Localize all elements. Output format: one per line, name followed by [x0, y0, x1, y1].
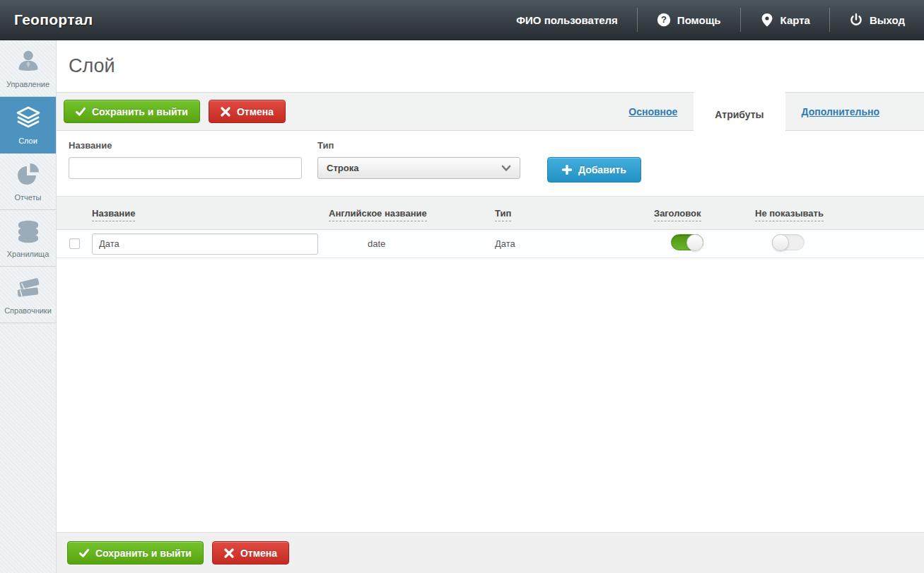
add-attribute-form: Название Тип Строка Добавить: [57, 131, 924, 196]
user-menu[interactable]: ФИО пользователя: [497, 8, 637, 32]
attribute-type-select[interactable]: Строка: [317, 157, 520, 179]
power-icon: [849, 13, 863, 27]
row-name-input[interactable]: [92, 233, 318, 255]
sidebar-item-storages[interactable]: Хранилища: [0, 210, 56, 267]
column-header-hide-flag: Не показывать: [755, 208, 924, 219]
hide-toggle[interactable]: [772, 234, 805, 250]
column-header-name: Название: [92, 208, 329, 219]
attribute-name-input[interactable]: [69, 157, 302, 179]
check-icon: [79, 548, 89, 558]
map-pin-icon: [760, 13, 774, 27]
chevron-down-icon: [501, 165, 511, 172]
selected-type-value: Строка: [327, 163, 358, 173]
logout-button[interactable]: Выход: [829, 8, 924, 32]
logout-label: Выход: [870, 14, 905, 26]
sidebar: Управление Слои Отчеты Хранилища: [0, 40, 57, 573]
close-icon: [224, 548, 234, 558]
attributes-table-header: Название Английское название Тип Заголов…: [57, 196, 924, 230]
column-header-english-name: Английское название: [329, 208, 495, 219]
books-icon: [15, 274, 42, 301]
cancel-label: Отмена: [237, 106, 274, 117]
toggle-knob: [686, 234, 703, 251]
user-icon: [15, 48, 42, 75]
help-button[interactable]: ? Помощь: [637, 8, 740, 32]
toggle-knob: [772, 234, 789, 251]
save-exit-label: Сохранить и выйти: [92, 106, 188, 117]
sidebar-item-label: Справочники: [4, 306, 52, 315]
table-row: date Дата: [57, 230, 924, 258]
content-spacer: [57, 258, 924, 532]
sidebar-item-label: Отчеты: [14, 193, 41, 202]
type-field-group: Тип Строка: [317, 140, 520, 179]
close-icon: [221, 107, 230, 117]
app-header: Геопортал ФИО пользователя ? Помощь Карт…: [0, 0, 924, 40]
type-field-label: Тип: [317, 140, 520, 151]
map-button[interactable]: Карта: [740, 8, 829, 32]
sidebar-item-label: Управление: [6, 80, 49, 88]
plus-icon: [562, 165, 572, 175]
add-attribute-button[interactable]: Добавить: [547, 157, 641, 183]
name-field-label: Название: [69, 140, 302, 151]
row-name-cell: [92, 233, 329, 255]
sidebar-item-layers[interactable]: Слои: [0, 97, 56, 154]
row-select-checkbox[interactable]: [69, 238, 80, 249]
column-header-type: Тип: [495, 208, 654, 219]
title-band: Слой: [57, 40, 924, 92]
row-type: Дата: [495, 238, 654, 249]
help-label: Помощь: [677, 14, 721, 26]
save-exit-label: Сохранить и выйти: [95, 548, 192, 559]
sidebar-item-dictionaries[interactable]: Справочники: [0, 267, 56, 323]
column-header-header-flag: Заголовок: [654, 208, 755, 219]
add-attribute-label: Добавить: [578, 164, 626, 175]
sidebar-item-reports[interactable]: Отчеты: [0, 154, 56, 210]
pie-chart-icon: [15, 161, 42, 188]
main-content: Слой Сохранить и выйти Отмена Основное А…: [57, 40, 924, 573]
tab-additional[interactable]: Дополнительно: [785, 92, 896, 131]
name-field-group: Название: [69, 140, 302, 179]
tab-general[interactable]: Основное: [612, 92, 694, 131]
app-logo: Геопортал: [14, 11, 93, 28]
tab-attributes[interactable]: Атрибуты: [694, 92, 785, 137]
layers-icon: [15, 105, 42, 132]
row-english-name: date: [329, 238, 495, 249]
header-toggle[interactable]: [671, 234, 703, 250]
bottom-action-bar: Сохранить и выйти Отмена: [57, 532, 924, 573]
row-select-cell: [57, 238, 92, 249]
cancel-button-top[interactable]: Отмена: [209, 100, 286, 123]
row-hide-toggle-cell: [755, 234, 924, 253]
map-label: Карта: [780, 14, 810, 26]
page-title: Слой: [69, 55, 115, 77]
cancel-button-bottom[interactable]: Отмена: [212, 541, 289, 565]
sidebar-item-label: Хранилища: [7, 250, 49, 258]
cancel-label: Отмена: [240, 548, 277, 559]
tab-bar: Основное Атрибуты Дополнительно: [612, 92, 896, 131]
sidebar-item-management[interactable]: Управление: [0, 40, 56, 97]
sidebar-item-label: Слои: [18, 137, 37, 145]
row-header-toggle-cell: [654, 234, 755, 253]
database-icon: [15, 218, 42, 245]
toolbar: Сохранить и выйти Отмена Основное Атрибу…: [57, 92, 924, 131]
check-icon: [76, 107, 86, 117]
header-nav: ФИО пользователя ? Помощь Карта Выход: [497, 0, 924, 40]
user-name-label: ФИО пользователя: [516, 14, 618, 26]
help-icon: ?: [657, 13, 671, 27]
svg-text:?: ?: [661, 14, 667, 25]
save-exit-button-bottom[interactable]: Сохранить и выйти: [67, 541, 204, 565]
save-exit-button-top[interactable]: Сохранить и выйти: [64, 100, 200, 123]
